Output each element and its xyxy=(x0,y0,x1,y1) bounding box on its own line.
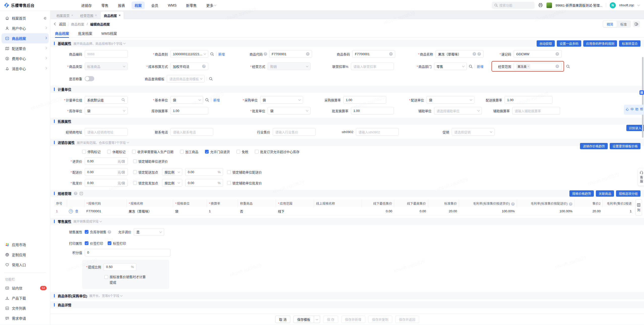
nav-item-inventory[interactable]: 进销存 xyxy=(78,2,95,9)
spec-price-trend-button[interactable]: 规格价格趋势 xyxy=(569,190,594,197)
base-unit-add-link[interactable]: 新增 xyxy=(213,98,220,102)
save-template-button[interactable]: 保存模板 xyxy=(293,316,314,323)
nav-item-wms[interactable]: WMS xyxy=(165,2,179,9)
back-button[interactable]: 返回 xyxy=(59,21,66,26)
sth0902-input[interactable]: 请输入sth0902 xyxy=(356,128,399,136)
clear-icon[interactable] xyxy=(556,52,559,56)
spec-gp-delivery-cell[interactable]: 100.00% xyxy=(517,207,574,216)
check-price-tag-print[interactable]: 价签打印 xyxy=(85,241,103,246)
cancel-button[interactable]: 取 消 xyxy=(275,316,290,323)
check-tax-free[interactable]: 免税 xyxy=(236,149,248,154)
spec-scope-cell[interactable]: 线下 xyxy=(276,207,314,216)
spec-name-cell[interactable]: 果冻（草莓味） xyxy=(127,207,173,216)
query-template-select[interactable]: 请选择商品查询模板 xyxy=(167,75,205,82)
section-expand-hint[interactable]: 展开长、宽等6个字段 xyxy=(89,293,122,298)
collapse-sidebar-icon[interactable] xyxy=(43,16,47,20)
industry-price-input[interactable]: 请输入行业售价 xyxy=(273,128,316,136)
search-input[interactable]: 搜索功能 xyxy=(492,2,535,9)
spec-price2-cell[interactable]: 20.00 xyxy=(574,207,603,216)
department-search-button[interactable] xyxy=(469,65,473,68)
view-compact-option[interactable]: 精简 xyxy=(603,21,617,27)
save-and-return-button[interactable]: 保存并返回 xyxy=(395,316,419,323)
spec-weigh-cell[interactable]: 否 xyxy=(238,207,276,216)
layout-preview-button[interactable] xyxy=(633,21,640,27)
purchase-unit-select[interactable]: 袋 xyxy=(260,96,303,104)
base-unit-select[interactable]: 袋 xyxy=(170,96,203,104)
sidebar-item-goods-archive[interactable]: 商品档案 xyxy=(2,33,49,43)
dealer-address-input[interactable]: 请输入经销商地址 xyxy=(85,128,128,136)
check-lock-delivery-markup[interactable]: 锁定配送加点 xyxy=(133,170,158,174)
goods-code-input[interactable]: 9868 xyxy=(85,50,128,58)
sidebar-item-expense-center[interactable]: 费用中心 xyxy=(0,53,50,64)
delivery-markup-rate-input[interactable]: 0.00% xyxy=(185,168,223,176)
category-add-link[interactable]: 新增 xyxy=(218,52,225,56)
sidebar-item-inbox[interactable]: 站内信 53 xyxy=(0,283,50,293)
unit-group-input[interactable]: 系统默认组 xyxy=(85,96,128,104)
delivery-markup-mode-select[interactable]: 按比例 xyxy=(162,168,182,176)
clear-icon[interactable] xyxy=(389,52,393,56)
sidebar-item-request[interactable]: 需求申请 xyxy=(0,313,50,323)
delete-row-icon[interactable] xyxy=(75,209,79,213)
clear-icon[interactable] xyxy=(473,52,476,56)
check-processed-goods[interactable]: 加工商品 xyxy=(180,149,198,154)
back-arrow-icon[interactable] xyxy=(54,22,57,25)
set-template-price-button[interactable]: 设置要货模板价格 xyxy=(610,143,640,149)
cost-method-input[interactable]: 加权平均法 xyxy=(170,63,208,70)
checkbox-icon[interactable] xyxy=(104,275,108,279)
nav-item-more[interactable]: 更多 xyxy=(203,2,219,9)
check-lock-wholesale-markup[interactable]: 锁定批发加点 xyxy=(133,181,158,185)
query-template-search-button[interactable] xyxy=(209,77,213,81)
sidebar-item-custom-app[interactable]: 定制应用 xyxy=(0,250,50,260)
check-production-date[interactable]: 收货单需要输入生产日期 xyxy=(132,149,173,154)
check-store-return[interactable]: 允许门店退货 xyxy=(205,149,230,154)
section-expand-hint[interactable]: 展开商品品牌、商品规格等8个字段 xyxy=(73,41,125,46)
subtab-wms-archive[interactable]: WMS档案 xyxy=(101,29,117,38)
biz-mode-select[interactable]: 购销 xyxy=(268,63,311,70)
spec-online-name-cell[interactable] xyxy=(314,207,362,216)
save-and-new-button[interactable]: 保存并新增 xyxy=(341,316,365,323)
check-stop-purchase[interactable]: 停购标记 xyxy=(82,149,101,154)
points-input[interactable]: 0 xyxy=(85,249,170,256)
sidebar-item-app-market[interactable]: 应用市场 xyxy=(0,240,50,250)
close-icon[interactable]: × xyxy=(95,14,97,17)
section-expand-hint[interactable]: 展开采购范围、仓库位置等7个字段 xyxy=(77,140,129,145)
spec-std-price-cell[interactable]: 20.00 xyxy=(428,207,459,216)
sidebar-item-archive-home[interactable]: 档案首页 xyxy=(0,13,50,23)
nav-item-archives[interactable]: 档案 xyxy=(132,2,145,9)
customer-service-tab[interactable]: 客服 xyxy=(638,168,644,186)
scope-search-button[interactable] xyxy=(566,65,570,68)
recognize-entry-button[interactable]: 识别录入 xyxy=(626,125,644,131)
contact-phone-input[interactable]: 请输入联系电话 xyxy=(170,128,213,136)
check-negative-stock[interactable]: 负库存销售 xyxy=(85,229,106,234)
search-icon[interactable] xyxy=(121,98,125,102)
department-add-link[interactable]: 新增 xyxy=(477,64,483,69)
delivery-price-input[interactable]: 0.00元/袋 xyxy=(85,168,128,176)
spec-max-price-cell[interactable]: 0.00 xyxy=(394,207,428,216)
nav-item-new-retail[interactable]: 新零售 xyxy=(183,2,200,9)
sidebar-item-product-download[interactable]: 产品下载 xyxy=(0,293,50,303)
sidebar-item-message-center[interactable]: 消息中心 xyxy=(0,64,50,74)
close-icon[interactable]: × xyxy=(119,14,120,17)
scale-barcode-rule-button[interactable]: 应用条码秤条码规则 xyxy=(583,40,617,47)
check-exceed-center-stock[interactable]: 批发订货允许超过中心库存 xyxy=(255,149,299,154)
department-select[interactable]: 零售 xyxy=(434,63,467,70)
printer-icon[interactable] xyxy=(538,3,543,8)
auto-fetch-button[interactable]: 自动获取 xyxy=(537,40,555,47)
nav-item-retail[interactable]: 零售 xyxy=(98,2,111,9)
related-goods-button[interactable]: 关联商品 xyxy=(596,190,614,197)
section-expand-hint[interactable]: 展开销售提成字段 xyxy=(73,219,102,224)
check-label-print[interactable]: 标签打印 xyxy=(108,241,126,246)
user-name[interactable]: nhsoft.zqc xyxy=(619,3,634,7)
check-dormant[interactable]: 休眠标记 xyxy=(107,149,126,154)
save-button[interactable]: 保 存 xyxy=(323,316,338,323)
spec-gp-purchase-cell[interactable]: 100.00% xyxy=(459,207,517,216)
wholesale-markup-mode-select[interactable]: 按比例 xyxy=(162,179,182,187)
purchase-rate-input[interactable]: 1.00 xyxy=(343,96,386,104)
spec-min-price-cell[interactable]: 0.00 xyxy=(362,207,394,216)
help-center-tab[interactable]: 帮助中心 xyxy=(624,105,644,115)
spec-gp2-cell[interactable]: 1 xyxy=(603,207,634,216)
sidebar-item-delivery[interactable]: 配送聚合 xyxy=(0,43,50,53)
check-lock-aux-purchase[interactable]: 锁定辅助单位进货价 xyxy=(133,159,168,164)
delivery-unit-select[interactable]: 袋 xyxy=(426,96,474,104)
save-template-caret[interactable] xyxy=(314,316,320,323)
